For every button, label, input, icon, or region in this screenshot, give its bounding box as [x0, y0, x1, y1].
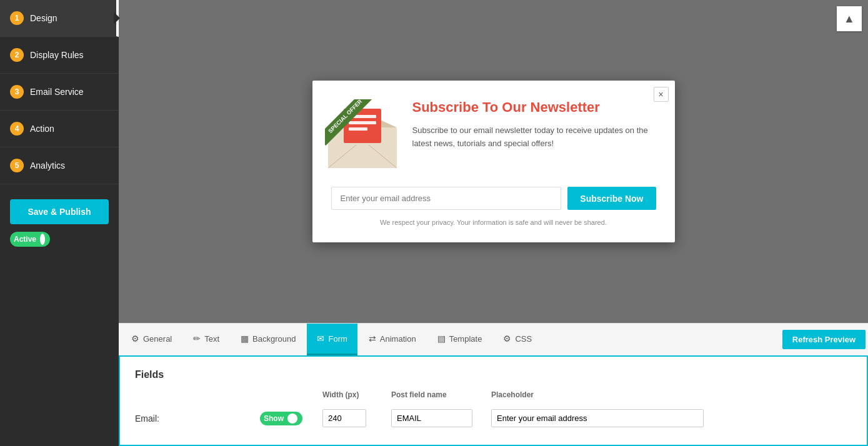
sidebar: 1 Design 2 Display Rules 3 Email Service…	[0, 0, 119, 446]
field-email-placeholder-input[interactable]	[491, 409, 704, 427]
badge-text: SPECIAL OFFER	[325, 99, 374, 146]
field-email-width-input[interactable]	[322, 409, 366, 427]
gear-icon: ⚙	[131, 334, 139, 344]
modal-title: Subscribe To Our Newsletter	[412, 99, 656, 116]
step-badge-1: 1	[10, 11, 24, 25]
sidebar-item-display-rules[interactable]: 2 Display Rules	[0, 37, 119, 74]
field-email-postfield-input[interactable]	[391, 409, 472, 427]
step-badge-4: 4	[10, 122, 24, 136]
modal-privacy-text: We respect your privacy. Your informatio…	[331, 219, 656, 236]
animation-icon: ⇄	[369, 334, 376, 344]
step-badge-5: 5	[10, 159, 24, 172]
fields-section: Fields Width (px) Post field name Placeh…	[119, 355, 868, 446]
field-email-postfield-cell	[391, 409, 491, 427]
modal-email-input[interactable]	[331, 187, 562, 210]
background-icon: ▦	[241, 334, 249, 344]
preview-area: ▲ × SPECIAL OFFER	[119, 0, 868, 323]
modal-subscribe-button[interactable]: Subscribe Now	[567, 187, 656, 210]
sidebar-label-display-rules: Display Rules	[30, 50, 84, 60]
modal-form-row: Subscribe Now	[331, 187, 656, 210]
modal-close-button[interactable]: ×	[654, 87, 669, 102]
tab-template-label: Template	[449, 334, 482, 344]
refresh-preview-button[interactable]: Refresh Preview	[782, 330, 866, 349]
tab-form-label: Form	[328, 334, 347, 344]
active-toggle-row: Active	[10, 232, 109, 247]
special-offer-badge: SPECIAL OFFER	[325, 99, 381, 156]
sidebar-label-action: Action	[30, 124, 54, 134]
template-icon: ▤	[437, 334, 446, 344]
modal-image-area: SPECIAL OFFER	[325, 99, 400, 174]
col-header-postfield: Post field name	[391, 390, 491, 399]
field-email-placeholder-cell	[491, 409, 852, 427]
tab-form[interactable]: ✉ Form	[307, 324, 357, 355]
fields-title: Fields	[135, 369, 852, 380]
sidebar-label-email-service: Email Service	[30, 87, 84, 97]
toggle-circle	[40, 234, 45, 245]
sidebar-item-design[interactable]: 1 Design	[0, 0, 119, 37]
tab-css[interactable]: ⚙ CSS	[493, 324, 542, 355]
tab-background[interactable]: ▦ Background	[231, 324, 306, 355]
tab-general-label: General	[143, 334, 172, 344]
sidebar-actions: Save & Publish Active	[0, 189, 119, 257]
modal-content-area: Subscribe To Our Newsletter Subscribe to…	[412, 99, 656, 174]
show-toggle-circle	[287, 414, 297, 424]
tab-general[interactable]: ⚙ General	[121, 324, 182, 355]
tab-background-label: Background	[252, 334, 296, 344]
col-header-width: Width (px)	[322, 390, 391, 399]
sidebar-label-design: Design	[30, 13, 57, 23]
modal-form-area: Subscribe Now We respect your privacy. Y…	[312, 187, 675, 242]
tab-css-label: CSS	[515, 334, 532, 344]
field-email-label: Email:	[135, 414, 260, 424]
fields-table-header: Width (px) Post field name Placeholder	[135, 390, 852, 404]
sidebar-item-email-service[interactable]: 3 Email Service	[0, 74, 119, 111]
bottom-tabs: ⚙ General ✏ Text ▦ Background ✉ Form ⇄ A…	[119, 323, 868, 355]
tab-animation-label: Animation	[380, 334, 416, 344]
field-email-show-toggle[interactable]: Show	[260, 412, 302, 425]
show-toggle-label: Show	[264, 414, 284, 423]
step-badge-3: 3	[10, 85, 24, 99]
sidebar-item-action[interactable]: 4 Action	[0, 111, 119, 147]
modal-popup: × SPECIAL OFFER	[312, 81, 675, 242]
save-publish-button[interactable]: Save & Publish	[10, 199, 109, 224]
css-icon: ⚙	[503, 334, 511, 344]
modal-description: Subscribe to our email newsletter today …	[412, 124, 656, 151]
pencil-icon: ✏	[193, 334, 201, 344]
tab-template[interactable]: ▤ Template	[427, 324, 492, 355]
step-badge-2: 2	[10, 48, 24, 62]
active-toggle-label: Active	[14, 235, 36, 244]
sidebar-label-analytics: Analytics	[30, 161, 65, 171]
tab-text[interactable]: ✏ Text	[183, 324, 229, 355]
table-row: Email: Show	[135, 404, 852, 432]
active-toggle[interactable]: Active	[10, 232, 50, 247]
scroll-up-button[interactable]: ▲	[837, 6, 862, 31]
tab-text-label: Text	[204, 334, 219, 344]
tab-animation[interactable]: ⇄ Animation	[359, 324, 426, 355]
modal-body: SPECIAL OFFER	[312, 81, 675, 187]
field-email-width-cell	[322, 409, 391, 427]
sidebar-item-analytics[interactable]: 5 Analytics	[0, 147, 119, 184]
field-email-show-cell: Show	[260, 412, 322, 425]
col-header-placeholder: Placeholder	[491, 390, 852, 399]
main-area: ▲ × SPECIAL OFFER	[119, 0, 868, 446]
form-icon: ✉	[317, 334, 324, 344]
